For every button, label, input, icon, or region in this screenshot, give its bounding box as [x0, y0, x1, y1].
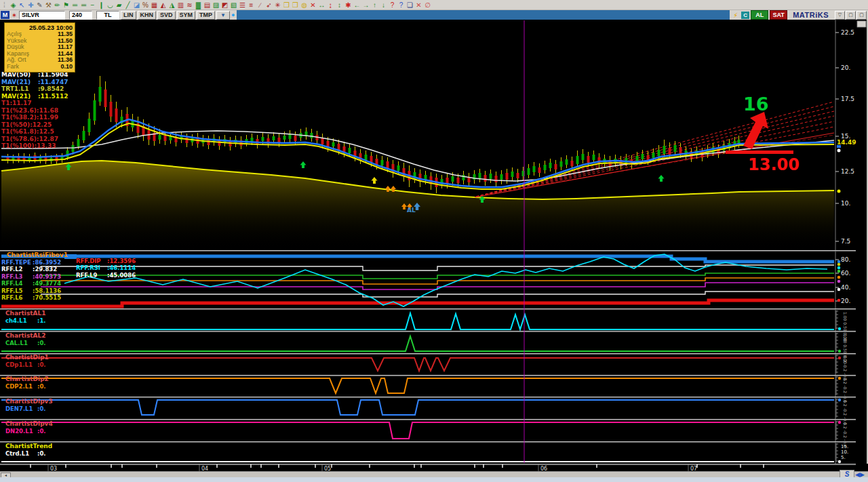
toolbar-icon-29[interactable]: ∕ [256, 1, 264, 9]
c-button[interactable]: C [741, 12, 749, 19]
toolbar-icon-7[interactable]: ⚑ [62, 1, 71, 9]
toolbar-icon-3[interactable]: ✚ [26, 1, 35, 9]
toolbar-icon-18[interactable]: ◭ [159, 1, 167, 9]
svg-text:60.: 60. [841, 270, 850, 277]
sell-sat-button[interactable]: SAT [770, 10, 787, 20]
svd-button[interactable]: SVD [157, 11, 176, 20]
toolbar-icon-35[interactable]: ✕ [309, 1, 317, 9]
toolbar-icon-26[interactable]: ▧ [229, 1, 238, 9]
svg-text::46.1114: :46.1114 [107, 264, 136, 271]
minimize-button[interactable]: ▽ [835, 11, 845, 20]
svg-text:10.: 10. [841, 449, 848, 455]
toolbar-icon-21[interactable]: ≋ [185, 1, 194, 9]
toolbar-icon-32[interactable]: ❐ [282, 1, 291, 9]
svg-text::40.9373: :40.9373 [33, 273, 61, 280]
toolbar-icon-45[interactable]: ? [397, 1, 406, 9]
toolbar-icon-30[interactable]: ➶ [264, 1, 273, 9]
toolbar-icon-47[interactable]: ✕ [414, 1, 423, 9]
toolbar-icon-2[interactable]: ↖ [18, 1, 26, 9]
chevron-down-icon[interactable]: ▼ [216, 11, 230, 20]
toolbar-icon-17[interactable]: ▦ [150, 1, 159, 9]
toolbar-icon-22[interactable]: ▓ [194, 1, 203, 9]
toolbar-icon-6[interactable]: ✏ [53, 1, 62, 9]
svg-text:RFF.TEPE: RFF.TEPE [1, 259, 31, 266]
svg-text:AL: AL [407, 207, 416, 214]
toolbar-icon-42[interactable]: ↑ [370, 1, 379, 9]
toolbar-icon-39[interactable]: ✱ [344, 1, 353, 9]
toolbar-icon-4[interactable]: ✎ [35, 1, 44, 9]
svg-text:15.: 15. [841, 444, 848, 449]
toolbar-icon-9[interactable]: ═ [79, 1, 88, 9]
svg-text::11.5112: :11.5112 [38, 93, 68, 100]
svg-text:T1(%23.6):11.68: T1(%23.6):11.68 [1, 107, 58, 114]
toolbar-icon-40[interactable]: ← [353, 1, 361, 9]
toolbar-icon-41[interactable]: → [361, 1, 370, 9]
svg-text:0.2 -0.2 -0.6: 0.2 -0.2 -0.6 [843, 378, 848, 403]
chart-type-lin-button[interactable]: LIN [121, 11, 136, 20]
menu-m-button[interactable]: M [1, 11, 9, 19]
svg-text::0.: :0. [37, 383, 46, 390]
svg-text:RFF.DIP: RFF.DIP [76, 258, 101, 264]
toolbar-icon-25[interactable]: ◩ [220, 1, 229, 9]
toolbar-icon-37[interactable]: ↨ [326, 1, 335, 9]
chart-close-button[interactable] [857, 21, 866, 27]
toolbar-icon-14[interactable]: ╱ [123, 1, 132, 9]
svg-text:ChartistAL2: ChartistAL2 [5, 332, 46, 339]
sym-button[interactable]: SYM [177, 11, 196, 20]
toolbar-icon-46[interactable]: ❏ [406, 1, 414, 9]
svg-text:RFF.L3: RFF.L3 [1, 273, 23, 280]
toolbar-icon-36[interactable]: ↔ [317, 1, 326, 9]
svg-text::12.3596: :12.3596 [107, 258, 136, 264]
toolbar-icon-33[interactable]: ❒ [291, 1, 300, 9]
svg-text::0.: :0. [37, 428, 46, 435]
svg-text:17.5: 17.5 [841, 96, 854, 102]
toolbar-icon-15[interactable]: ◪ [132, 1, 141, 9]
toolbar-icon-8[interactable]: ═ [71, 1, 79, 9]
toolbar-icon-12[interactable]: ◡ [106, 1, 115, 9]
toolbar-icon-19[interactable]: ◮ [167, 1, 176, 9]
toolbar-icon-44[interactable]: ? [388, 1, 397, 9]
toolbar-icon-23[interactable]: ▤ [203, 1, 212, 9]
khn-button[interactable]: KHN [138, 11, 157, 20]
svg-text:22.5: 22.5 [841, 29, 854, 36]
toolbar-icon-13[interactable]: ▰ [115, 1, 123, 9]
toolbar-icon-16[interactable]: % [141, 1, 150, 9]
buy-al-button[interactable]: AL [751, 10, 768, 20]
svg-text::9.8542: :9.8542 [38, 85, 64, 92]
period-input[interactable]: 240 [69, 11, 92, 20]
svg-text:10.: 10. [841, 200, 850, 207]
toolbar-icon-11[interactable]: ❙ [97, 1, 106, 9]
toolbar-icon-34[interactable]: ◍ [300, 1, 309, 9]
window-titlebar [237, 10, 730, 20]
toolbar-icon-0[interactable]: ⁞ [0, 1, 9, 9]
toolbar-icon-48[interactable]: ∅ [423, 1, 432, 9]
close-button[interactable]: ▢ [856, 11, 867, 20]
svg-text:RFF.L6: RFF.L6 [1, 294, 23, 301]
toolbar-icon-1[interactable]: ◈ [9, 1, 18, 9]
svg-text::49.3774: :49.3774 [33, 280, 61, 287]
toolbar-icon-31[interactable]: ✳ [273, 1, 282, 9]
svg-text:CDp1.L1: CDp1.L1 [5, 361, 33, 368]
svg-text:DN20.L1: DN20.L1 [5, 428, 33, 435]
lightning-icon[interactable]: ⚡ [731, 12, 740, 19]
toolbar-icon-27[interactable]: ☰ [238, 1, 247, 9]
toolbar-icon-38[interactable]: ↕ [335, 1, 344, 9]
symbol-input[interactable]: SILVR [19, 11, 65, 20]
toolbar-icon-10[interactable]: − [88, 1, 97, 9]
toolbar-icon-5[interactable]: ⚒ [44, 1, 53, 9]
stop-price-label: 13.00 [748, 155, 800, 174]
toolbar-icon-24[interactable]: ▨ [212, 1, 220, 9]
restore-button[interactable]: ▢ [846, 11, 856, 20]
currency-input[interactable]: TL [96, 11, 119, 20]
tmp-button[interactable]: TMP [197, 11, 215, 20]
svg-text:5.: 5. [841, 455, 846, 460]
svg-text::0.: :0. [37, 361, 46, 368]
toolbar-icon-43[interactable]: ↓ [379, 1, 388, 9]
chart-canvas[interactable]: AL1613.00MAV(50):11.5904MAV(21):11.4747T… [0, 0, 868, 482]
svg-text::0.: :0. [37, 405, 46, 412]
twitter-icon[interactable]: ● [231, 12, 235, 18]
toolbar-icon-20[interactable]: ▥ [176, 1, 185, 9]
toolbar-icon-28[interactable]: ≡ [247, 1, 256, 9]
svg-text:T1(%38.2):11.99: T1(%38.2):11.99 [1, 114, 58, 121]
svg-text:RFF.RSI: RFF.RSI [76, 264, 100, 271]
